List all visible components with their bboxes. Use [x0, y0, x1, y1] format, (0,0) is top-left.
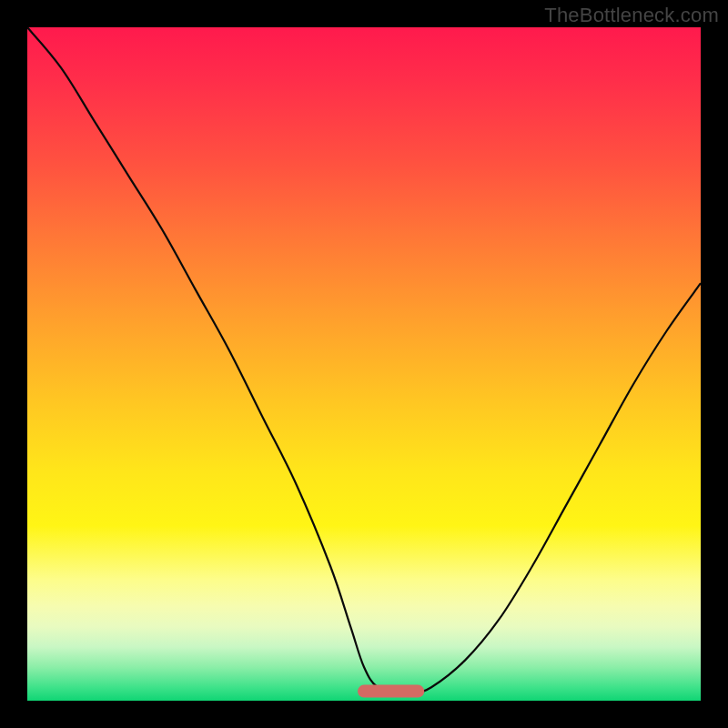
chart-frame: TheBottleneck.com [0, 0, 728, 728]
plot-area [27, 27, 701, 701]
bottleneck-curve [27, 27, 701, 701]
watermark-text: TheBottleneck.com [544, 4, 719, 27]
bottleneck-curve-path [27, 27, 701, 695]
